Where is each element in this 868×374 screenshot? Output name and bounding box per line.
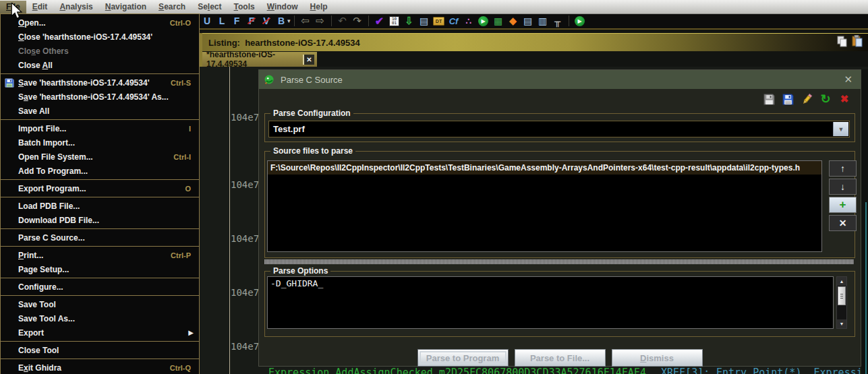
menu-item-save-tool[interactable]: Save Tool — [1, 297, 199, 311]
scroll-down-icon[interactable]: ▼ — [837, 319, 846, 328]
c-function-icon[interactable]: Cf — [447, 14, 461, 28]
menu-separator — [1, 228, 199, 229]
listing-xref-label: XREF[3]: — [661, 367, 710, 374]
menu-item-close-others: Close Others — [1, 44, 199, 58]
bookmark-icon[interactable]: ◆ — [507, 14, 520, 28]
menu-edit[interactable]: Edit — [26, 1, 54, 13]
combobox-arrow-icon[interactable]: ▼ — [833, 122, 848, 136]
move-up-button[interactable]: ↑ — [829, 160, 857, 177]
menu-separator — [1, 73, 199, 74]
parse-options-textarea[interactable]: -D_GHIDRA_ — [267, 276, 834, 329]
toolbar-separator — [294, 15, 295, 26]
menu-item-close-all[interactable]: Close All — [1, 58, 199, 72]
menu-help[interactable]: Help — [304, 1, 334, 13]
letter-u-button[interactable]: U — [200, 14, 214, 28]
menu-item-close-tool[interactable]: Close Tool — [1, 343, 199, 357]
source-file-item-selected[interactable]: F:\Source\Repos\Il2CppInspector\Il2CppTe… — [268, 161, 821, 175]
menu-item-save-program-as[interactable]: Save 'hearthstone-iOS-17.4.49534' As... — [1, 90, 199, 104]
dialog-titlebar[interactable]: Parse C Source ✕ — [259, 70, 861, 89]
undo-icon[interactable]: ↶ — [336, 14, 349, 28]
snapshot-copy-icon[interactable] — [836, 36, 848, 48]
menu-item-export[interactable]: Export▶ — [1, 325, 199, 340]
listing-scrollbar-fragment[interactable] — [865, 202, 867, 374]
parse-configuration-combobox[interactable]: Test.prf ▼ — [268, 121, 850, 137]
data-type-list-icon[interactable]: ▤ — [417, 14, 431, 28]
table-export-icon[interactable]: ▥ — [536, 14, 550, 28]
refresh-icon[interactable]: ↻ — [819, 92, 832, 106]
call-graph-icon[interactable]: ∴ — [462, 14, 475, 28]
menu-item-print[interactable]: Print...Ctrl-P — [1, 248, 199, 262]
add-file-button[interactable]: + — [829, 197, 857, 213]
menu-window[interactable]: Window — [261, 1, 304, 13]
menu-navigation[interactable]: Navigation — [99, 1, 152, 13]
menu-item-exit-ghidra[interactable]: Exit GhidraCtrl-Q — [1, 361, 199, 374]
move-down-button[interactable]: ↓ — [829, 179, 857, 195]
binary-view-icon[interactable]: 10 01 — [388, 14, 401, 28]
menu-tools[interactable]: Tools — [228, 1, 261, 13]
clipboard-paste-icon[interactable] — [851, 35, 863, 47]
parse-to-file-button[interactable]: Parse to File... — [515, 349, 606, 367]
memory-map-icon[interactable]: ▦ — [492, 14, 505, 28]
scrollbar-thumb[interactable] — [838, 286, 846, 305]
parse-configuration-label: Parse Configuration — [270, 108, 353, 118]
remove-file-button[interactable]: ✕ — [829, 215, 857, 231]
letter-f-button[interactable]: F — [230, 14, 243, 28]
run-script-icon[interactable]: ▶ — [477, 14, 490, 28]
letter-l-button[interactable]: L — [215, 14, 229, 28]
listing-code-line: Expression_AddAssignChecked_m2D25FC80678… — [268, 367, 646, 374]
toolbar-separator — [569, 15, 569, 26]
parse-options-scrollbar[interactable]: ▲ ▼ — [836, 276, 847, 329]
menu-item-batch-import[interactable]: Batch Import... — [1, 135, 199, 150]
edit-profile-icon[interactable] — [800, 92, 813, 106]
menu-item-parse-c-source[interactable]: Parse C Source... — [1, 230, 199, 245]
tab-label: *hearthstone-iOS-17.4.49534 — [202, 50, 303, 69]
menu-item-download-pdb[interactable]: Download PDB File... — [1, 213, 199, 227]
tab-close-icon[interactable]: ✕ — [303, 55, 314, 65]
symbol-tree-icon[interactable]: ╥ — [551, 14, 565, 28]
parse-to-program-button[interactable]: Parse to Program — [417, 349, 509, 367]
listing-address: 104e7 — [231, 179, 259, 190]
menu-item-configure[interactable]: Configure... — [1, 280, 199, 294]
source-files-list[interactable]: F:\Source\Repos\Il2CppInspector\Il2CppTe… — [267, 160, 822, 252]
rerun-script-icon[interactable]: ▶ — [573, 14, 587, 28]
menu-search[interactable]: Search — [152, 1, 192, 13]
save-profile-as-icon[interactable] — [781, 92, 794, 106]
back-icon[interactable]: ⇦ — [299, 14, 312, 28]
dismiss-button[interactable]: Dismiss — [612, 349, 703, 367]
menu-item-page-setup[interactable]: Page Setup... — [1, 262, 199, 276]
menu-item-save-program[interactable]: Save 'hearthstone-iOS-17.4.49534'Ctrl-S — [1, 75, 199, 90]
delete-profile-icon[interactable]: ✖ — [838, 92, 851, 106]
redo-icon[interactable]: ↷ — [351, 14, 364, 28]
letter-b-dropdown-button[interactable]: B — [274, 14, 288, 28]
menu-item-save-all[interactable]: Save All — [1, 104, 199, 118]
ghidra-window: 104e7 104e7 104e7 104e7 104e7 Expression… — [0, 0, 868, 374]
menu-item-import-file[interactable]: Import File...I — [1, 121, 199, 135]
menu-item-close-program[interactable]: Close 'hearthstone-iOS-17.4.49534' — [1, 30, 199, 44]
submenu-arrow-icon: ▶ — [188, 329, 199, 336]
tab-hearthstone-program[interactable]: *hearthstone-iOS-17.4.49534 ✕ — [202, 52, 317, 67]
listing-header[interactable]: Listing: hearthstone-iOS-17.4.49534 — [202, 33, 868, 51]
letter-v-disabled-button[interactable]: V — [260, 14, 273, 28]
menu-separator — [1, 278, 199, 278]
splitter-handle[interactable] — [264, 259, 854, 264]
menu-item-open[interactable]: Open...Ctrl-O — [1, 15, 199, 30]
validate-icon[interactable]: ✔ — [373, 14, 386, 28]
menu-item-add-to-program[interactable]: Add To Program... — [1, 164, 199, 178]
save-profile-icon[interactable] — [762, 92, 776, 106]
forward-icon[interactable]: ⇨ — [314, 14, 327, 28]
menu-analysis[interactable]: Analysis — [53, 1, 98, 13]
menu-item-export-program[interactable]: Export Program...O — [1, 181, 199, 195]
toolbar-separator — [331, 15, 332, 26]
ghidra-dragon-icon — [264, 74, 275, 86]
menu-item-save-tool-as[interactable]: Save Tool As... — [1, 311, 199, 325]
dialog-close-icon[interactable]: ✕ — [844, 73, 852, 86]
data-type-folder-icon[interactable]: DT — [432, 14, 446, 28]
menu-item-load-pdb[interactable]: Load PDB File... — [1, 199, 199, 213]
menu-item-open-file-system[interactable]: Open File System...Ctrl-I — [1, 150, 199, 164]
scroll-up-icon[interactable]: ▲ — [837, 277, 846, 286]
dialog-title: Parse C Source — [275, 75, 343, 85]
table-view-icon[interactable]: ▤ — [521, 14, 535, 28]
import-icon[interactable]: ⇩ — [403, 14, 416, 28]
letter-f-disabled-button[interactable]: F — [245, 14, 258, 28]
menu-select[interactable]: Select — [192, 1, 227, 13]
